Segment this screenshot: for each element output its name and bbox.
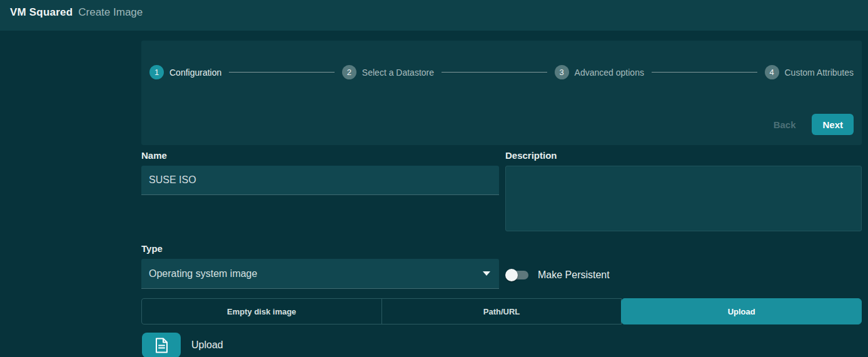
create-image-form: Name Description Type Operating system i…	[141, 150, 862, 289]
type-label: Type	[141, 243, 499, 254]
tab-upload[interactable]: Upload	[621, 298, 862, 324]
brand-title: VM Squared	[10, 6, 73, 19]
toggle-knob	[505, 269, 518, 281]
type-field-group: Type Operating system image	[141, 243, 499, 289]
stepper: 1 Configuration 2 Select a Datastore 3 A…	[149, 41, 854, 79]
name-input[interactable]	[141, 166, 499, 195]
name-label: Name	[141, 150, 499, 161]
step-configuration[interactable]: 1 Configuration	[149, 65, 221, 79]
next-button[interactable]: Next	[812, 114, 854, 135]
step-3-circle: 3	[555, 65, 569, 79]
upload-section: Upload	[142, 333, 862, 357]
step-custom-attributes[interactable]: 4 Custom Attributes	[765, 65, 854, 79]
wizard-actions: Back Next	[771, 114, 854, 135]
file-icon	[155, 338, 168, 353]
type-selected-value: Operating system image	[149, 268, 257, 279]
step-advanced-options[interactable]: 3 Advanced options	[555, 65, 644, 79]
tab-path-url[interactable]: Path/URL	[381, 298, 622, 324]
upload-file-button[interactable]	[142, 333, 181, 357]
step-3-label: Advanced options	[575, 68, 644, 78]
description-textarea[interactable]	[505, 166, 862, 231]
make-persistent-label: Make Persistent	[538, 269, 610, 281]
tab-empty-disk-image[interactable]: Empty disk image	[141, 298, 382, 324]
step-connector	[229, 72, 335, 73]
persistent-field-group: Make Persistent	[505, 243, 862, 289]
upload-button-label: Upload	[191, 339, 223, 351]
step-select-datastore[interactable]: 2 Select a Datastore	[342, 65, 434, 79]
name-field-group: Name	[141, 150, 499, 234]
app-header: VM Squared Create Image	[0, 0, 868, 31]
step-4-label: Custom Attributes	[785, 68, 854, 78]
step-2-label: Select a Datastore	[362, 68, 434, 78]
chevron-down-icon	[483, 271, 490, 276]
step-4-circle: 4	[765, 65, 779, 79]
back-button[interactable]: Back	[771, 116, 799, 134]
step-2-circle: 2	[342, 65, 356, 79]
type-select[interactable]: Operating system image	[141, 259, 499, 289]
step-connector	[442, 72, 547, 73]
page-title: Create Image	[78, 6, 143, 19]
make-persistent-toggle[interactable]	[505, 269, 530, 281]
image-source-tabs: Empty disk image Path/URL Upload	[141, 298, 862, 324]
step-connector	[652, 72, 757, 73]
wizard-card: 1 Configuration 2 Select a Datastore 3 A…	[141, 41, 862, 145]
description-label: Description	[505, 150, 862, 161]
description-field-group: Description	[505, 150, 862, 234]
step-1-circle: 1	[149, 65, 164, 79]
step-1-label: Configuration	[169, 68, 221, 78]
